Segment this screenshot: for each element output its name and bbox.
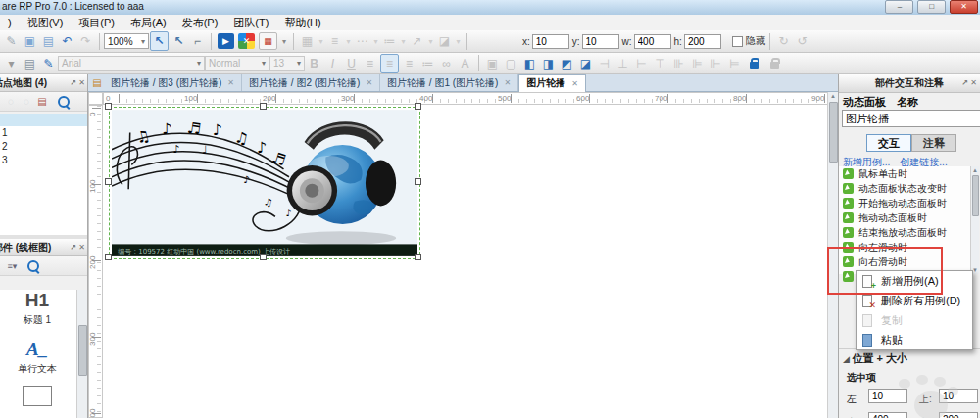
horizontal-ruler: 0100200300400500600700800900 [103, 92, 838, 105]
scroll-up-icon[interactable]: ▲ [828, 93, 838, 99]
connector-tool-icon[interactable]: ⌐ [189, 32, 206, 50]
expand-all-icon[interactable]: ◌ [4, 93, 18, 111]
selection-handle[interactable] [415, 254, 421, 260]
left-field[interactable] [868, 389, 907, 403]
search-icon[interactable] [27, 260, 39, 272]
event-row-3[interactable]: 拖动动态面板时 [839, 210, 972, 225]
align-right-icon: ≡ [401, 55, 417, 72]
minimize-button[interactable]: – [885, 0, 913, 14]
selection-handle[interactable] [260, 254, 267, 260]
generate-button[interactable]: ▦ [259, 32, 277, 50]
zoom-select[interactable]: 100%▾ [104, 33, 149, 49]
menu-item-5[interactable]: 团队(T) [225, 15, 276, 30]
page-tab-3[interactable]: 图片轮播✕ [518, 74, 586, 92]
dropdown-caret-icon[interactable]: ▾ [3, 55, 20, 72]
width-field[interactable] [868, 412, 907, 418]
menu-item-1[interactable]: 视图(V) [20, 15, 72, 30]
page-tab-0[interactable]: 图片轮播 / 图3 (图片轮播)✕ [104, 74, 242, 91]
font-family-select[interactable]: Arial▾ [58, 56, 205, 71]
event-list-scrollbar[interactable]: ▲▼ [970, 166, 979, 274]
tab-close-icon[interactable]: ✕ [227, 78, 234, 87]
event-row-1[interactable]: 动态面板状态改变时 [839, 181, 972, 196]
paste-icon[interactable]: ▤ [40, 32, 57, 50]
preview-button[interactable]: ▶ [218, 33, 234, 49]
chevron-down-icon: ▾ [427, 32, 434, 50]
menu-item-2[interactable]: 项目(P) [71, 15, 122, 30]
page-tab-2[interactable]: 图片轮播 / 图1 (图片轮播)✕ [380, 74, 518, 91]
format-doc-icon[interactable]: ▤ [22, 55, 38, 72]
widgets-title: 部件 (线框图) [0, 239, 51, 255]
collapse-all-icon[interactable]: ◌ [20, 93, 33, 111]
menu-item-6[interactable]: 帮助(H) [276, 15, 328, 30]
close-icon[interactable]: ✕ [76, 243, 85, 252]
select-tool-icon[interactable]: ↖ [150, 31, 169, 51]
widget-rectangle[interactable] [0, 386, 74, 406]
widget-text-field[interactable]: A_单行文本 [0, 339, 74, 376]
select-contained-tool-icon[interactable]: ↖ [171, 32, 187, 50]
event-row-0[interactable]: 鼠标单击时 [839, 166, 972, 181]
h-input[interactable] [684, 34, 721, 49]
context-menu-item-3[interactable]: 粘贴 [857, 330, 972, 349]
font-size-select[interactable]: 13▾ [270, 56, 305, 71]
x-input[interactable] [532, 34, 569, 49]
sitemap-header-icons[interactable]: ↗ ✕ [70, 74, 85, 91]
redo-icon[interactable]: ↷ [77, 32, 94, 50]
w-input[interactable] [634, 34, 671, 49]
tab-close-icon[interactable]: ✕ [366, 78, 372, 87]
close-button[interactable]: ✕ [950, 0, 978, 14]
tab-close-icon[interactable]: ✕ [571, 79, 578, 88]
tab-close-icon[interactable]: ✕ [504, 78, 511, 87]
sitemap-item-0[interactable]: 1 [0, 126, 87, 140]
selection-handle[interactable] [415, 103, 421, 110]
height-field[interactable] [939, 412, 978, 418]
share-button[interactable]: ✕ [238, 33, 255, 49]
send-back-icon[interactable]: ◨ [540, 55, 557, 72]
sitemap-item-selected[interactable] [0, 114, 87, 126]
event-row-2[interactable]: 开始拖动动态面板时 [839, 196, 972, 210]
search-icon[interactable] [58, 96, 70, 108]
selection-handle[interactable] [260, 103, 267, 110]
font-style-select[interactable]: Normal▾ [205, 56, 270, 71]
chevron-down-icon[interactable]: ▾ [280, 32, 288, 50]
inspector-tab-0[interactable]: 交互 [866, 134, 911, 152]
widgets-scrollbar[interactable] [76, 290, 87, 418]
selection-handle[interactable] [105, 254, 112, 260]
format-painter-icon[interactable]: ✎ [3, 32, 20, 50]
scrollbar-thumb[interactable] [972, 175, 979, 216]
lock-icon[interactable] [750, 62, 759, 69]
hide-checkbox[interactable] [732, 36, 743, 47]
scroll-up-icon[interactable]: ▲ [971, 167, 979, 173]
scrollbar-thumb[interactable] [829, 102, 838, 163]
undo-icon[interactable]: ↶ [59, 32, 75, 50]
widget-label: 单行文本 [0, 362, 74, 376]
selection-handle[interactable] [105, 178, 112, 185]
selection-handle[interactable] [105, 103, 112, 110]
send-backward-icon[interactable]: ◪ [577, 55, 594, 72]
copy-icon[interactable]: ▣ [22, 32, 38, 50]
inspector-header-icons[interactable]: ↗ ✕ [961, 74, 977, 92]
bring-forward-icon[interactable]: ◩ [559, 55, 575, 72]
align-left-edge-icon: ⊣ [596, 55, 612, 72]
maximize-button[interactable]: □ [917, 0, 946, 14]
scrollbar-thumb[interactable] [78, 325, 87, 376]
position-size-header[interactable]: ◢ 位置 + 大小 [839, 348, 980, 368]
event-row-4[interactable]: 结束拖放动态面板时 [839, 225, 972, 240]
sitemap-item-2[interactable]: 3 [0, 154, 87, 167]
menu-item-0[interactable]: ) [0, 15, 20, 30]
inspector-tab-1[interactable]: 注释 [911, 134, 956, 152]
top-field[interactable] [939, 389, 978, 403]
add-page-icon[interactable]: ▤ [35, 93, 49, 111]
widget-heading1[interactable]: H1标题 1 [0, 290, 74, 327]
format-brush-icon[interactable]: ✎ [40, 55, 57, 72]
menu-item-3[interactable]: 布局(A) [122, 15, 174, 30]
sitemap-item-1[interactable]: 2 [0, 140, 87, 154]
menu-item-4[interactable]: 发布(P) [174, 15, 226, 30]
selection-handle[interactable] [415, 178, 421, 185]
bring-front-icon[interactable]: ◧ [521, 55, 538, 72]
widgets-header-icons[interactable]: ↗ ✕ [70, 239, 85, 255]
widget-library-menu[interactable]: ≡▾ [4, 257, 21, 275]
close-icon[interactable]: ✕ [76, 78, 85, 87]
panel-name-input[interactable] [842, 110, 980, 127]
page-tab-1[interactable]: 图片轮播 / 图2 (图片轮播)✕ [242, 74, 380, 91]
y-input[interactable] [582, 34, 619, 49]
